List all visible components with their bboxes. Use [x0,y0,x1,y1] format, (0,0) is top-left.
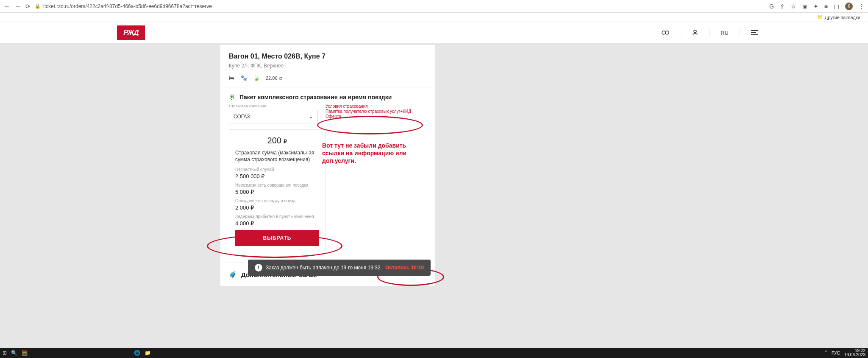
cov-cancel-label: Невозможность совершения поездки [235,183,319,187]
url-text: ticket.rzd.ru/orders/422c2a4f-87d5-466a-… [43,3,212,9]
camera-icon[interactable]: ◉ [802,3,807,10]
weight-value: 22.06 кг [266,76,282,81]
share-icon[interactable]: ⇪ [780,3,785,10]
menu-icon[interactable]: ⋮ [859,3,865,10]
forward-icon[interactable]: → [14,3,21,10]
main-card: Вагон 01, Место 026В, Купе 7 Купе 2Л, ФП… [220,45,435,286]
profile-avatar[interactable]: К [845,3,853,10]
cov-accident-label: Несчастный случай [235,167,319,172]
folder-icon: 📁 [817,14,823,20]
svg-point-2 [694,30,696,33]
language-toggle[interactable]: RU [721,30,729,36]
info-icon: ! [255,264,262,271]
cov-late-value: 2 000 ₽ [235,204,319,211]
link-terms[interactable]: Условия страхования [326,104,426,109]
vision-icon[interactable] [661,30,670,35]
site-header: РЖД RU [0,22,868,43]
cov-cancel-value: 5 000 ₽ [235,189,319,195]
cov-accident-value: 2 500 000 ₽ [235,173,319,179]
bookmarks-bar: 📁 Другие закладки [0,13,868,22]
bookmarks-label[interactable]: Другие закладки [825,15,860,20]
reload-icon[interactable]: ⟳ [25,3,31,10]
select-plan-button[interactable]: ВЫБРАТЬ [235,230,319,246]
link-offer[interactable]: Оферта [326,114,426,119]
reading-list-icon[interactable]: ≡ [824,3,828,10]
back-icon[interactable]: ← [3,3,10,10]
plan-price: 200 ₽ [235,136,319,145]
insurance-title: Пакет комплексного страхования на время … [239,94,392,101]
star-icon[interactable]: ☆ [791,3,796,10]
lock-icon: 🔒 [35,3,41,9]
cov-delay-value: 4 000 ₽ [235,220,319,227]
eco-icon: 🍃 [253,75,260,81]
company-label: Страховая компания [229,104,318,108]
extensions-icon[interactable]: ✦ [813,3,818,10]
seat-subtitle: Купе 2Л, ФПК, Верхнее [229,63,426,69]
cov-late-label: Опоздание на посадку в поезд [235,199,319,203]
window-icon[interactable]: ▢ [834,3,839,10]
shield-icon: ⛨ [229,93,235,101]
plan-description: Страховая сумма (максимальная сумма стра… [235,150,319,163]
bed-icon: 🛏 [229,75,234,81]
company-select[interactable]: СОГАЗ ⌄ [229,110,318,123]
address-bar[interactable]: 🔒 ticket.rzd.ru/orders/422c2a4f-87d5-466… [35,3,212,9]
link-memo[interactable]: Памятка получателю страховых услуг+КИД [326,109,426,114]
browser-actions: G ⇪ ☆ ◉ ✦ ≡ ▢ К ⋮ [769,3,865,10]
payment-toast: ! Заказ должен быть оплачен до 19-го июн… [248,260,431,276]
chevron-down-icon: ⌄ [309,114,313,120]
baggage-icon: 🧳 [229,271,237,278]
user-icon[interactable] [692,30,698,36]
rzd-logo[interactable]: РЖД [117,25,145,40]
seat-title: Вагон 01, Место 026В, Купе 7 [229,53,426,60]
burger-icon[interactable] [751,30,758,35]
pets-icon: 🐾 [240,75,247,81]
browser-toolbar: ← → ⟳ 🔒 ticket.rzd.ru/orders/422c2a4f-87… [0,0,868,13]
svg-point-0 [662,31,665,34]
insurance-plan: 200 ₽ Страховая сумма (максимальная сумм… [229,129,326,253]
annotation-text: Вот тут не забыли добавить ссылки на инф… [322,142,426,165]
svg-point-1 [665,31,669,34]
cov-delay-label: Задержка прибытия в пункт назначения [235,214,319,219]
translate-icon[interactable]: G [769,3,774,10]
